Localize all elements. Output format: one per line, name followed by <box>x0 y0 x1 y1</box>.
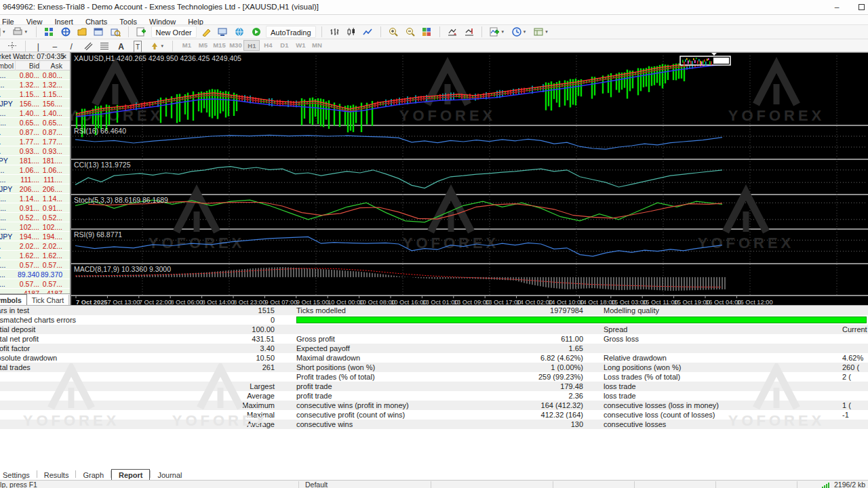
trendline-icon[interactable]: / <box>64 40 78 52</box>
market-watch-row[interactable]: AD...0.57...0.57... <box>0 260 71 270</box>
cursor-icon[interactable]: ✚ <box>0 40 3 52</box>
templates-icon[interactable] <box>532 26 545 39</box>
arrows-icon[interactable] <box>148 40 161 52</box>
market-watch-icon[interactable] <box>42 26 56 39</box>
timeframe-m15[interactable]: M15 <box>211 40 227 51</box>
crayon-icon[interactable] <box>199 26 213 39</box>
mw-tab-symbols[interactable]: Symbols <box>0 294 27 305</box>
timeframe-h1[interactable]: H1 <box>243 40 260 51</box>
timeframe-mn[interactable]: MN <box>309 40 325 51</box>
report-cell: 3.40 <box>149 344 275 353</box>
new-chart-icon[interactable] <box>0 26 3 39</box>
text-label-icon[interactable]: T <box>131 40 144 52</box>
new-order-button[interactable]: New Order <box>151 26 197 38</box>
chart-shift-icon[interactable] <box>462 26 476 39</box>
market-watch-row[interactable]: UD...0.52...0.52... <box>0 213 71 222</box>
timeframe-m1[interactable]: M1 <box>178 40 195 51</box>
market-watch-row[interactable]: UD...0.65...0.65... <box>0 118 71 127</box>
new-chart-caret[interactable]: ▾ <box>3 25 8 39</box>
market-watch-row[interactable]: HFJPY194....194.... <box>0 232 71 241</box>
minimize-button[interactable]: – <box>826 0 848 15</box>
horizontal-line-icon[interactable]: – <box>48 40 62 52</box>
tester-tab-results[interactable]: Results <box>37 470 76 481</box>
navigator-icon[interactable] <box>75 26 89 39</box>
bar-chart-icon[interactable] <box>328 26 341 39</box>
report-cell: Gross loss <box>604 334 639 344</box>
autotrading-icon[interactable] <box>250 26 263 39</box>
report-cell: Long positions (won %) <box>604 363 681 372</box>
indicators-icon[interactable] <box>488 26 501 39</box>
close-icon[interactable]: ✕ <box>62 52 67 61</box>
profiles-caret[interactable]: ▾ <box>24 25 30 39</box>
candlestick-chart-icon[interactable] <box>344 26 358 39</box>
chart-area[interactable]: XAUUSD,H1 4240.265 4249.950 4236.425 424… <box>71 52 868 305</box>
indicators-caret[interactable]: ▾ <box>501 25 507 39</box>
market-watch-row[interactable]: R...1.15...1.15... <box>0 89 71 99</box>
new-order-icon[interactable] <box>134 26 148 39</box>
market-watch-row[interactable]: ZD...89.34089.370 <box>0 270 71 279</box>
crosshair-icon[interactable] <box>5 40 19 52</box>
market-watch-row[interactable]: ZD...0.57...0.57... <box>0 279 71 289</box>
data-window-icon[interactable] <box>59 26 73 39</box>
market-watch-row[interactable]: R...1.77...1.77... <box>0 137 71 146</box>
symbol-name: R... <box>0 146 1 156</box>
tile-windows-icon[interactable] <box>420 26 433 39</box>
report-cell: 6.82 (4.62%) <box>420 353 583 363</box>
market-watch-row[interactable]: BP...1.06...1.06... <box>0 165 71 175</box>
channel-icon[interactable] <box>81 40 95 52</box>
status-profile[interactable]: Default <box>305 481 328 488</box>
timeframe-m30[interactable]: M30 <box>227 40 243 51</box>
tester-tab-report[interactable]: Report <box>111 469 150 480</box>
market-watch-row[interactable]: R...0.87...0.87... <box>0 127 71 137</box>
market-watch-row[interactable]: SD...0.80...0.80... <box>0 70 71 80</box>
community-icon[interactable] <box>233 26 246 39</box>
terminal-icon[interactable] <box>92 26 106 39</box>
market-watch-row[interactable]: BP...1.32...1.32... <box>0 80 71 89</box>
timeframe-w1[interactable]: W1 <box>292 40 309 51</box>
zoom-out-icon[interactable] <box>403 26 417 39</box>
tester-tab-journal[interactable]: Journal <box>151 470 189 481</box>
col-bid[interactable]: Bid <box>18 61 39 70</box>
profiles-icon[interactable] <box>11 26 24 39</box>
autotrading-button[interactable]: AutoTrading <box>266 26 316 38</box>
tester-tab-settings[interactable]: Settings <box>0 470 37 481</box>
ask-value: 206.... <box>41 184 62 194</box>
templates-caret[interactable]: ▾ <box>545 25 551 39</box>
timeframe-h4[interactable]: H4 <box>260 40 276 51</box>
col-ask[interactable]: Ask <box>41 61 62 70</box>
text-icon[interactable]: A <box>115 40 128 52</box>
periods-icon[interactable] <box>510 26 524 39</box>
col-symbol[interactable]: Symbol <box>0 61 14 70</box>
market-watch-row[interactable]: BPJPY206....206.... <box>0 184 71 194</box>
ask-value: 0.80... <box>41 70 62 80</box>
market-watch-row[interactable]: SDJPY156....156.... <box>0 99 71 108</box>
line-chart-icon[interactable] <box>361 26 374 39</box>
maximize-button[interactable] <box>850 0 868 15</box>
market-watch-row[interactable]: SD...1.40...1.40... <box>0 108 71 118</box>
market-watch-row[interactable]: UD...1.14...1.14... <box>0 194 71 203</box>
mw-tab-tick-chart[interactable]: Tick Chart <box>27 295 69 305</box>
report-cell: Profit factor <box>0 344 30 353</box>
modeling-quality-bar <box>296 317 867 323</box>
market-watch-row[interactable]: RJPY181....181.... <box>0 156 71 165</box>
market-watch-row[interactable]: AD...111....111.... <box>0 175 71 184</box>
market-watch-row[interactable]: R...0.93...0.93... <box>0 146 71 156</box>
report-cell: Gross profit <box>296 334 335 344</box>
periods-caret[interactable]: ▾ <box>524 25 529 39</box>
zoom-in-icon[interactable] <box>387 26 400 39</box>
timeframe-m5[interactable]: M5 <box>195 40 211 51</box>
market-watch-row[interactable]: UD...102....102.... <box>0 222 71 232</box>
vertical-line-icon[interactable]: | <box>31 40 45 52</box>
timeframe-d1[interactable]: D1 <box>276 40 292 51</box>
symbol-name: UD... <box>0 213 6 222</box>
tester-tab-graph[interactable]: Graph <box>76 470 111 481</box>
auto-scroll-icon[interactable] <box>446 26 459 39</box>
mt4-window: 9649962: Exness-Trial8 - Demo Account - … <box>0 0 868 488</box>
metaeditor-icon[interactable] <box>216 26 230 39</box>
fibonacci-icon[interactable] <box>98 40 111 52</box>
arrows-caret[interactable]: ▾ <box>161 39 167 53</box>
strategy-tester-icon[interactable] <box>108 26 122 39</box>
market-watch-row[interactable]: R...2.02...2.02... <box>0 241 71 251</box>
market-watch-row[interactable]: R...1.62...1.62... <box>0 251 71 260</box>
market-watch-row[interactable]: UD...0.91...0.91... <box>0 203 71 213</box>
